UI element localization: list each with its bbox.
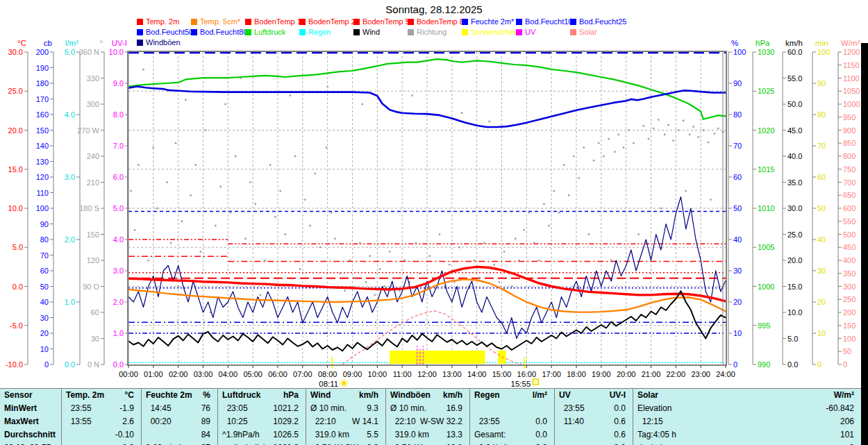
svg-text:30.0: 30.0 — [8, 48, 23, 56]
svg-text:3.0: 3.0 — [65, 173, 75, 181]
axis-title-sunshine: min — [815, 39, 828, 47]
axis-pressure: 1030102510201015101010051000995990hPa — [753, 39, 774, 369]
table-cell: 319.0 km13.3 — [386, 428, 469, 442]
svg-text:50: 50 — [40, 283, 49, 291]
grid — [128, 52, 726, 364]
svg-text:1000: 1000 — [843, 100, 860, 108]
svg-text:30: 30 — [91, 335, 99, 343]
sunset-time: 15:55 — [511, 380, 531, 388]
svg-text:04:00: 04:00 — [219, 370, 238, 378]
svg-text:30: 30 — [733, 267, 742, 275]
svg-text:200: 200 — [843, 308, 856, 317]
svg-text:990: 990 — [758, 360, 770, 369]
weather-chart: 30.025.020.015.010.05.00.0-5.0-10.0°C200… — [0, 0, 868, 389]
table-cell: 23:051021.2 — [218, 402, 306, 415]
row-label: MaxWert — [0, 415, 61, 428]
svg-text:350: 350 — [843, 269, 856, 278]
svg-text:995: 995 — [758, 321, 770, 330]
svg-text:90: 90 — [733, 79, 742, 87]
series-wind — [128, 291, 726, 351]
svg-text:10:00: 10:00 — [368, 370, 387, 378]
svg-text:3.0: 3.0 — [113, 267, 124, 275]
axis-title-rain: l/m² — [65, 39, 78, 47]
axis-wind-speed: 60.055.050.045.040.035.030.025.020.015.0… — [783, 39, 803, 369]
table-cell: ^1.9hPa/h1026.5 — [218, 428, 306, 442]
svg-text:0: 0 — [843, 360, 847, 369]
svg-text:10: 10 — [40, 345, 49, 353]
svg-text:15.0: 15.0 — [8, 165, 23, 174]
svg-text:24:00: 24:00 — [716, 370, 735, 378]
table-cell: 23:550.0 — [555, 402, 633, 415]
svg-text:70: 70 — [40, 251, 49, 260]
axis-title-soil-moisture: cb — [44, 39, 52, 47]
table-col-header: UVUV-I — [555, 389, 633, 402]
svg-text:50: 50 — [817, 204, 826, 212]
svg-text:2.0: 2.0 — [65, 235, 75, 244]
svg-text:90: 90 — [817, 79, 826, 87]
table-cell: -0.10 — [62, 428, 141, 442]
svg-text:30: 30 — [40, 314, 49, 322]
svg-text:19:00: 19:00 — [592, 370, 611, 378]
axis-soil-moisture: 2001901801701601501401301201101009080706… — [36, 39, 53, 369]
svg-text:180: 180 — [36, 79, 49, 87]
table-col-header: Windkm/h — [306, 389, 385, 402]
svg-text:11:00: 11:00 — [393, 370, 412, 378]
svg-text:70: 70 — [817, 142, 826, 150]
weather-app-window: Sonntag, 28.12.2025 Temp. 2mTemp. 5cm*Bo… — [0, 0, 868, 445]
table-cell: 0.0 l/m²0.0 — [470, 442, 554, 445]
row-label: Sensor — [0, 389, 61, 402]
svg-text:18:00: 18:00 — [567, 370, 586, 378]
svg-text:50: 50 — [733, 204, 742, 212]
svg-text:330: 330 — [87, 74, 99, 83]
svg-text:45.0: 45.0 — [787, 126, 802, 135]
svg-text:5.0: 5.0 — [12, 243, 23, 251]
axis-title-uv-index: UV-I — [112, 39, 127, 47]
axis-uv-index: 10.09.08.07.06.05.04.03.02.01.00.0UV-I — [109, 39, 128, 369]
svg-text:16:00: 16:00 — [517, 370, 537, 378]
table-col-header: Regenl/m² — [470, 389, 554, 402]
svg-text:150: 150 — [87, 230, 99, 239]
table-col-luftdruck: LuftdruckhPa 23:051021.2 10:251029.2^1.9… — [217, 389, 306, 445]
svg-text:650: 650 — [843, 191, 856, 199]
table-cell: 319.0 km5.5 — [306, 428, 385, 442]
svg-text:140: 140 — [36, 142, 49, 150]
row-label: Durchschnitt — [0, 428, 61, 442]
table-col-regen: Regenl/m² 23:550.0Gesamt:0.0 0.0 l/m²0.0 — [469, 389, 554, 445]
svg-text:21:00: 21:00 — [642, 370, 661, 378]
table-cell: 00:2089 — [142, 415, 217, 428]
svg-text:25.0: 25.0 — [787, 230, 802, 239]
svg-text:08:00: 08:00 — [318, 370, 337, 378]
svg-text:300: 300 — [87, 100, 99, 108]
svg-text:100: 100 — [36, 204, 49, 212]
axis-sunshine: 1009080706050403020100min — [812, 39, 830, 369]
svg-text:02:00: 02:00 — [169, 370, 188, 378]
svg-text:80: 80 — [817, 110, 826, 119]
sunrise-time: 08:11 — [319, 380, 338, 388]
svg-text:1020: 1020 — [758, 126, 774, 135]
svg-text:00:00: 00:00 — [119, 370, 138, 378]
svg-text:80: 80 — [733, 110, 742, 119]
axis-title-humidity: % — [731, 39, 738, 47]
sunset-icon — [533, 379, 538, 385]
svg-text:150: 150 — [843, 321, 856, 330]
table-col-uv: UVUV-I 23:550.0 11:400.60.60.0 — [554, 389, 633, 445]
axis-title-wind-speed: km/h — [785, 39, 803, 47]
series-windboeen — [128, 197, 726, 339]
svg-text:1010: 1010 — [758, 204, 774, 212]
axis-humidity: 1009080706050403020100% — [728, 39, 746, 369]
svg-text:600: 600 — [843, 204, 856, 212]
table-col-feuchte-2m: Feuchte 2m% 14:4576 00:2089843.69 g/m³87 — [141, 389, 217, 445]
svg-text:1150: 1150 — [843, 61, 860, 69]
svg-text:09:00: 09:00 — [343, 370, 362, 378]
svg-text:0.0: 0.0 — [787, 360, 798, 369]
svg-text:4.0: 4.0 — [65, 110, 75, 119]
table-cell: -1.9 — [62, 442, 141, 445]
svg-text:1100: 1100 — [843, 74, 860, 83]
table-cell: 84 — [142, 428, 217, 442]
svg-text:40: 40 — [817, 235, 826, 244]
axis-wind-direction: 360 N330300270 W240210180 S15012090 O603… — [77, 39, 104, 369]
table-cell: Elevation-60.842 — [633, 402, 861, 415]
svg-text:850: 850 — [843, 139, 856, 147]
table-cell: 2 Bft W-SW9.0 — [306, 442, 385, 445]
svg-text:23:00: 23:00 — [691, 370, 710, 378]
